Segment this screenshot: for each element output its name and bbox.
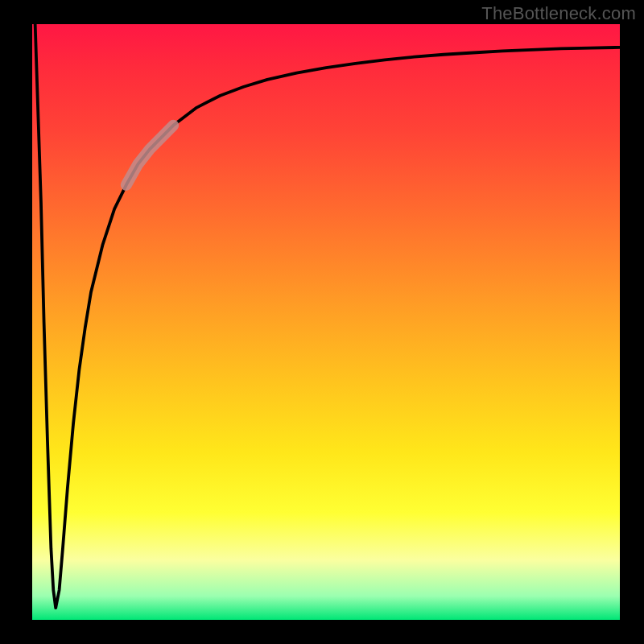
bottleneck-highlight bbox=[126, 126, 173, 185]
curve-group bbox=[35, 24, 620, 608]
bottleneck-curve bbox=[35, 24, 620, 608]
chart-svg bbox=[32, 24, 620, 620]
watermark-text: TheBottleneck.com bbox=[481, 3, 636, 24]
chart-frame: TheBottleneck.com bbox=[0, 0, 644, 644]
plot-area bbox=[32, 24, 620, 620]
